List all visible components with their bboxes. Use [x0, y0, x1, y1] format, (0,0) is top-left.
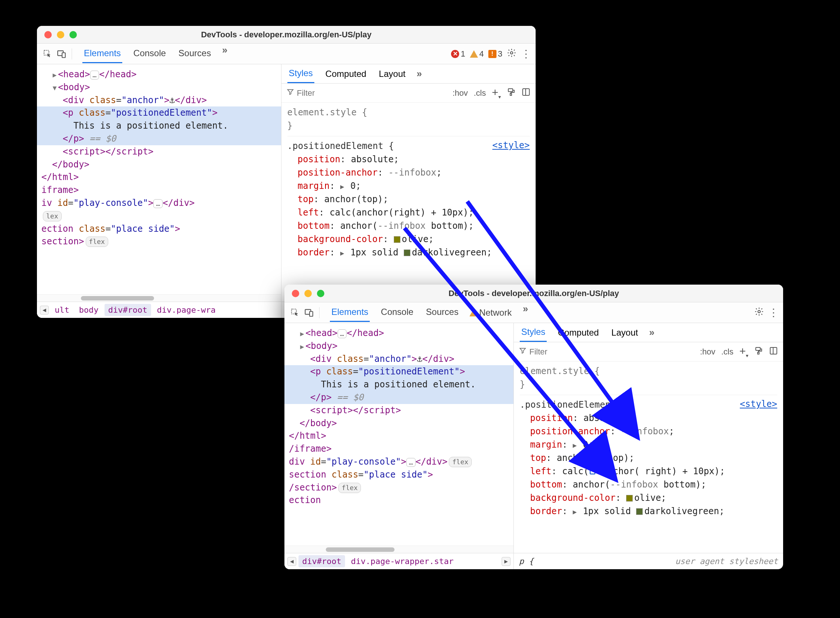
dom-node[interactable]: /iframe>: [284, 443, 513, 455]
css-declaration[interactable]: background-color: olive;: [520, 491, 777, 505]
breadcrumb-right-icon[interactable]: ▶: [502, 557, 511, 566]
status-errors[interactable]: ✕1: [451, 49, 465, 59]
tab-elements[interactable]: Elements: [330, 303, 370, 322]
dom-node[interactable]: </p> == $0: [37, 132, 281, 145]
computed-toggle-icon[interactable]: [521, 88, 530, 99]
css-declaration[interactable]: position: absolute;: [287, 153, 530, 166]
dom-node[interactable]: </html>: [284, 429, 513, 443]
dom-node[interactable]: <p class="positionedElement">: [284, 365, 513, 378]
css-declaration[interactable]: border: ▶ 1px solid darkolivegreen;: [287, 246, 530, 259]
css-declaration[interactable]: position: absolute;: [520, 412, 777, 425]
new-rule-icon[interactable]: +▾: [492, 86, 501, 100]
dom-node[interactable]: </body>: [37, 158, 281, 171]
tab-sources[interactable]: Sources: [424, 303, 460, 322]
tab-layout[interactable]: Layout: [610, 324, 639, 342]
dom-node[interactable]: <script></script>: [37, 145, 281, 158]
css-declaration[interactable]: top: anchor(top);: [287, 193, 530, 206]
gear-icon[interactable]: [754, 307, 764, 319]
tab-console[interactable]: Console: [379, 303, 415, 322]
breadcrumb-item[interactable]: ult: [51, 304, 73, 316]
style-source-link[interactable]: <style>: [492, 140, 530, 150]
dom-node[interactable]: /section>flex: [284, 481, 513, 494]
dom-tree[interactable]: ▶<head>…</head> ▼<body> <div class="anch…: [37, 64, 281, 294]
tab-elements[interactable]: Elements: [82, 45, 122, 63]
css-declaration[interactable]: left: calc(anchor(right) + 10px);: [287, 206, 530, 219]
dom-node[interactable]: iframe>: [37, 184, 281, 197]
tab-styles[interactable]: Styles: [287, 64, 314, 83]
more-tabs-icon[interactable]: »: [523, 303, 528, 322]
device-toggle-icon[interactable]: [55, 48, 68, 60]
more-sidebar-tabs-icon[interactable]: »: [417, 68, 422, 79]
more-icon[interactable]: ⋮: [768, 306, 779, 319]
new-rule-icon[interactable]: +▾: [739, 345, 748, 358]
css-declaration[interactable]: margin: ▶ 0;: [287, 179, 530, 193]
filter-field[interactable]: [519, 347, 574, 357]
horizontal-scrollbar[interactable]: [284, 545, 513, 553]
css-declaration[interactable]: background-color: olive;: [287, 232, 530, 246]
dom-tree[interactable]: ▶<head>…</head> ▶<body> <div class="anch…: [284, 323, 513, 545]
fullscreen-icon[interactable]: [70, 31, 77, 39]
status-warnings[interactable]: 4: [470, 49, 484, 59]
tab-layout[interactable]: Layout: [378, 65, 407, 83]
dom-node[interactable]: <div class="anchor">⚓︎</div>: [37, 94, 281, 107]
tab-console[interactable]: Console: [132, 45, 167, 63]
hov-toggle[interactable]: :hov: [452, 88, 468, 98]
filter-input[interactable]: [297, 88, 341, 98]
filter-input[interactable]: [529, 347, 574, 357]
css-declaration[interactable]: margin: ▶ 0;: [520, 438, 777, 451]
more-icon[interactable]: ⋮: [521, 48, 531, 60]
css-declaration[interactable]: bottom: anchor(--infobox bottom);: [520, 478, 777, 491]
dom-node[interactable]: section>flex: [37, 235, 281, 248]
css-declaration[interactable]: bottom: anchor(--infobox bottom);: [287, 219, 530, 232]
hov-toggle[interactable]: :hov: [700, 347, 716, 357]
more-tabs-icon[interactable]: »: [222, 45, 227, 63]
breadcrumb-left-icon[interactable]: ◀: [287, 557, 296, 566]
computed-toggle-icon[interactable]: [769, 346, 778, 357]
dom-node[interactable]: section class="place side">: [284, 468, 513, 481]
dom-node[interactable]: ection: [284, 494, 513, 507]
cls-toggle[interactable]: .cls: [474, 88, 486, 98]
dom-node[interactable]: </body>: [284, 417, 513, 430]
more-sidebar-tabs-icon[interactable]: »: [649, 327, 654, 338]
breadcrumb-left-icon[interactable]: ◀: [40, 306, 49, 315]
dom-node[interactable]: ▼<body>: [37, 81, 281, 94]
css-declaration[interactable]: position-anchor: --infobox;: [520, 425, 777, 438]
minimize-icon[interactable]: [304, 290, 312, 297]
open-external-icon[interactable]: [594, 454, 602, 462]
minimize-icon[interactable]: [57, 31, 64, 39]
tab-computed[interactable]: Computed: [324, 65, 368, 83]
css-declaration[interactable]: border: ▶ 1px solid darkolivegreen;: [520, 505, 777, 518]
tab-styles[interactable]: Styles: [520, 323, 547, 342]
css-declaration[interactable]: top: anchor( top);: [520, 451, 777, 465]
status-issues[interactable]: !3: [488, 49, 502, 59]
fullscreen-icon[interactable]: [317, 290, 324, 297]
breadcrumb-item[interactable]: div.page-wra: [153, 304, 219, 316]
paint-icon[interactable]: [507, 88, 516, 99]
dom-node[interactable]: This is a positioned element.: [37, 119, 281, 132]
breadcrumb-item[interactable]: body: [76, 304, 102, 316]
gear-icon[interactable]: [507, 48, 516, 60]
dom-node[interactable]: <p class="positionedElement">: [37, 107, 281, 119]
dom-node[interactable]: iv id="play-console">…</div>: [37, 197, 281, 209]
close-icon[interactable]: [292, 290, 299, 297]
css-rules[interactable]: element.style {}<style>.positionedElemen…: [514, 361, 783, 553]
dom-node[interactable]: <div class="anchor">⚓︎</div>: [284, 353, 513, 365]
dom-node[interactable]: ▶<head>…</head>: [284, 327, 513, 340]
inspect-icon[interactable]: [289, 306, 301, 319]
dom-node[interactable]: <script></script>: [284, 404, 513, 417]
dom-node[interactable]: </html>: [37, 171, 281, 184]
css-rules[interactable]: element.style {}<style>.positionedElemen…: [281, 103, 536, 302]
css-declaration[interactable]: position-anchor: --infobox;: [287, 166, 530, 179]
dom-node[interactable]: div id="play-console">…</div>flex: [284, 455, 513, 468]
filter-field[interactable]: [287, 88, 341, 98]
inspect-icon[interactable]: [41, 48, 54, 60]
device-toggle-icon[interactable]: [303, 306, 316, 319]
dom-node[interactable]: ection class="place side">: [37, 223, 281, 235]
dom-node[interactable]: </p> == $0: [284, 391, 513, 404]
horizontal-scrollbar[interactable]: [37, 294, 281, 302]
style-source-link[interactable]: <style>: [740, 399, 777, 409]
tab-computed[interactable]: Computed: [556, 324, 600, 342]
cls-toggle[interactable]: .cls: [721, 347, 733, 357]
dom-node[interactable]: lex: [37, 209, 281, 223]
breadcrumb-item[interactable]: div#root: [298, 555, 345, 567]
